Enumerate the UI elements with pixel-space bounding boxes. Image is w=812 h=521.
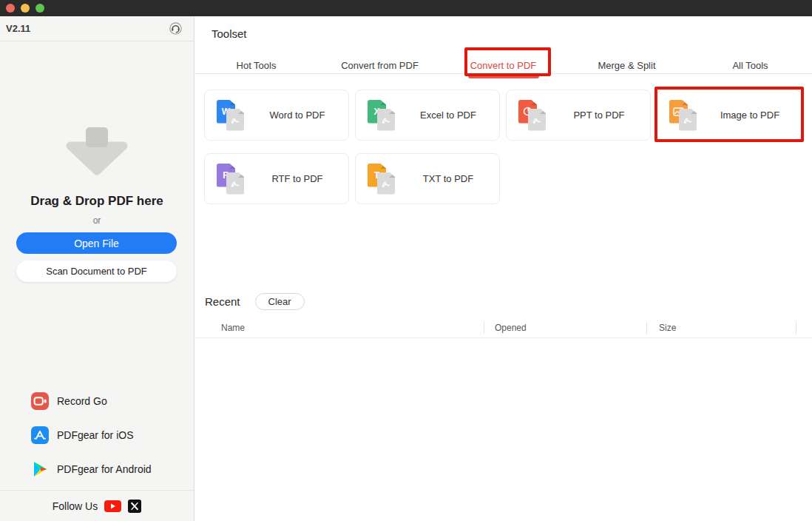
tool-label: TXT to PDF xyxy=(397,173,499,184)
close-window-button[interactable] xyxy=(6,4,15,13)
open-file-button[interactable]: Open File xyxy=(16,232,177,254)
tab-all-tools[interactable]: All Tools xyxy=(688,49,812,73)
tool-label: Word to PDF xyxy=(246,110,348,121)
main-panel: Toolset Hot Tools Convert from PDF Conve… xyxy=(194,16,812,521)
fullscreen-window-button[interactable] xyxy=(35,4,44,13)
pdfgear-android-label: PDFgear for Android xyxy=(57,463,152,475)
x-twitter-icon[interactable] xyxy=(128,500,141,513)
tool-card-txt-to-pdf[interactable]: T TXT to PDF xyxy=(355,153,500,204)
tool-label: Image to PDF xyxy=(699,110,801,121)
tool-card-ppt-to-pdf[interactable]: PPT to PDF xyxy=(506,90,651,141)
titlebar xyxy=(0,0,812,16)
column-header-name: Name xyxy=(194,318,484,337)
column-header-opened: Opened xyxy=(484,318,646,337)
pdfgear-ios-link[interactable]: PDFgear for iOS xyxy=(31,426,152,444)
youtube-icon[interactable] xyxy=(104,500,121,512)
txt-file-icon: T xyxy=(368,163,397,195)
pdfgear-ios-label: PDFgear for iOS xyxy=(57,429,133,441)
support-button[interactable] xyxy=(167,21,183,37)
sidebar-promo-links: Record Go PDFgear for iOS xyxy=(31,392,152,478)
tool-label: Excel to PDF xyxy=(397,110,499,121)
tool-card-word-to-pdf[interactable]: W Word to PDF xyxy=(204,90,349,141)
tab-convert-to-pdf[interactable]: Convert to PDF xyxy=(441,49,565,73)
pdf-file-icon xyxy=(377,109,395,131)
minimize-window-button[interactable] xyxy=(21,4,30,13)
record-go-icon xyxy=(31,392,49,410)
tab-hot-tools[interactable]: Hot Tools xyxy=(194,49,318,73)
clear-recent-button[interactable]: Clear xyxy=(255,293,305,310)
word-file-icon: W xyxy=(217,99,246,132)
app-version-label: V2.11 xyxy=(6,23,30,34)
follow-us-label: Follow Us xyxy=(53,500,98,512)
app-store-icon xyxy=(31,426,49,444)
record-go-label: Record Go xyxy=(57,395,107,407)
pdf-file-icon xyxy=(377,172,395,195)
headset-support-icon xyxy=(169,21,183,36)
record-go-link[interactable]: Record Go xyxy=(31,392,152,410)
dropzone-or-label: or xyxy=(0,215,194,226)
sidebar-footer: Follow Us xyxy=(0,490,194,521)
tool-card-grid: W Word to PDF X Excel to PDF xyxy=(204,90,802,204)
tool-card-rtf-to-pdf[interactable]: R RTF to PDF xyxy=(204,153,349,204)
sidebar-header: V2.11 xyxy=(0,16,194,41)
ppt-file-icon xyxy=(518,99,548,132)
image-file-icon xyxy=(669,99,699,132)
download-arrow-icon xyxy=(63,126,131,178)
dropzone-heading: Drag & Drop PDF here xyxy=(0,194,194,209)
column-divider xyxy=(796,322,796,334)
google-play-icon xyxy=(31,460,49,478)
recent-section-header: Recent Clear xyxy=(205,293,305,310)
tab-merge-split[interactable]: Merge & Split xyxy=(565,49,688,73)
pdf-file-icon xyxy=(226,109,244,131)
recent-title: Recent xyxy=(205,295,240,308)
column-header-size: Size xyxy=(647,318,796,337)
toolset-tabs: Hot Tools Convert from PDF Convert to PD… xyxy=(194,49,812,74)
active-tab-indicator xyxy=(468,73,539,78)
pdf-file-icon xyxy=(528,109,546,131)
tool-label: PPT to PDF xyxy=(548,110,650,121)
sidebar: V2.11 Drag xyxy=(0,16,194,521)
tab-convert-from-pdf[interactable]: Convert from PDF xyxy=(318,49,441,73)
rtf-file-icon: R xyxy=(217,163,246,195)
page-title: Toolset xyxy=(212,27,247,40)
tool-card-excel-to-pdf[interactable]: X Excel to PDF xyxy=(355,90,500,141)
pdfgear-android-link[interactable]: PDFgear for Android xyxy=(31,460,152,478)
scan-document-button[interactable]: Scan Document to PDF xyxy=(16,260,177,282)
pdf-file-icon xyxy=(226,172,244,195)
recent-table-header: Name Opened Size xyxy=(194,318,812,338)
tool-card-image-to-pdf[interactable]: Image to PDF xyxy=(657,90,802,141)
excel-file-icon: X xyxy=(368,99,397,132)
tool-label: RTF to PDF xyxy=(246,173,348,184)
pdf-file-icon xyxy=(679,109,697,131)
